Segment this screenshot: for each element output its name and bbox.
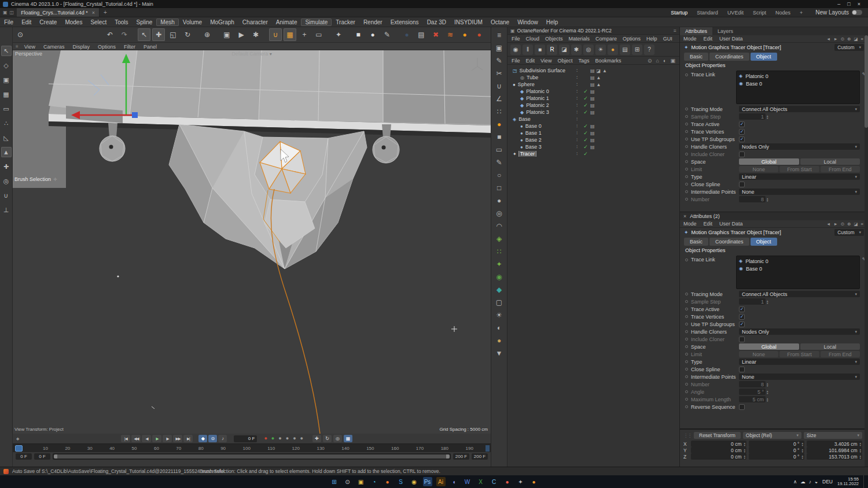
menu-edit[interactable]: Edit <box>17 19 35 26</box>
menu-insydium[interactable]: INSYDIUM <box>450 19 487 26</box>
array-icon[interactable]: ∷ <box>494 106 505 117</box>
goto-end-button[interactable]: ▶| <box>183 435 193 442</box>
effector-icon[interactable]: ✦ <box>494 258 505 270</box>
rotation-field[interactable]: 0 °▴▾ <box>749 453 804 460</box>
pause-icon[interactable]: ‖ <box>523 45 533 55</box>
object-tags[interactable]: ▤◪▲ <box>590 68 609 73</box>
option-button[interactable]: From Start <box>779 166 819 172</box>
excel-icon[interactable]: X <box>476 477 486 486</box>
next-key-button[interactable]: ▶▶ <box>173 435 182 442</box>
menu-spline[interactable]: Spline <box>133 19 157 26</box>
keyframe-circle-icon[interactable] <box>685 330 688 333</box>
object-name[interactable]: Platonic 2 <box>526 102 549 108</box>
points-mode-icon[interactable]: ∴ <box>1 118 12 128</box>
tab-basic[interactable]: Basic <box>684 53 708 61</box>
trace-link-item-platonic-0[interactable]: ◈ Platonic 0 <box>739 72 857 80</box>
record-keyframe-button[interactable]: ◆ <box>198 435 207 442</box>
search-icon[interactable]: ⊙ <box>343 477 352 486</box>
enabled-check-icon[interactable]: ✓ <box>581 109 590 115</box>
timeline-move-icon[interactable]: ✚ <box>312 435 321 442</box>
chrome-icon[interactable]: ◉ <box>410 477 419 486</box>
trace-link-item-base-0[interactable]: ◉ Base 0 <box>739 80 857 87</box>
stage-icon[interactable]: ▼ <box>494 347 505 359</box>
keyframe-circle-icon[interactable] <box>685 315 688 318</box>
option-button[interactable]: Global <box>739 343 799 350</box>
octane-menu-item[interactable]: GUI <box>660 36 675 42</box>
stepper-icon[interactable]: ▴▾ <box>767 114 768 119</box>
cloner-icon[interactable]: ◈ <box>494 233 505 245</box>
size-field[interactable]: 153.7013 cm▴▾ <box>807 453 862 460</box>
tab-layers[interactable]: Layers <box>712 27 738 35</box>
menu-help[interactable]: Help <box>542 19 562 26</box>
render-settings-icon[interactable]: ✱ <box>249 28 262 41</box>
object-row-platonic-2[interactable]: ◆ Platonic 2 ∶ ✓ ▤ <box>507 102 679 109</box>
illustrator-icon[interactable]: Ai <box>436 477 446 486</box>
visibility-dots[interactable]: ∶ <box>573 82 581 87</box>
object-tags[interactable]: ▤ <box>590 96 597 101</box>
number-field[interactable]: 8 <box>739 196 766 202</box>
layout-nodes-button[interactable]: Nodes <box>771 10 795 16</box>
preset-dropdown[interactable]: Custom ▾ <box>834 44 864 51</box>
prev-frame-button[interactable]: ◀ <box>142 435 151 442</box>
clock[interactable]: 15:55 19.11.2022 <box>837 477 859 487</box>
word-icon[interactable]: W <box>463 477 472 486</box>
checkbox[interactable]: ✓ <box>739 367 745 372</box>
octane-menu-item[interactable]: Objects <box>542 36 566 42</box>
keyframe-circle-icon[interactable] <box>685 115 688 118</box>
keyframe-circle-icon[interactable] <box>685 145 688 148</box>
object-manager-menu-item[interactable]: View <box>538 58 554 64</box>
keyframe-circle-icon[interactable] <box>685 258 688 261</box>
keyframe-circle-icon[interactable] <box>685 405 688 408</box>
menu-render[interactable]: Render <box>359 19 387 26</box>
minimize-button[interactable]: – <box>837 1 840 7</box>
tab-object[interactable]: Object <box>751 53 777 61</box>
object-name[interactable]: Subdivision Surface <box>520 68 566 73</box>
number-field[interactable]: 1 <box>739 298 766 305</box>
menu-extensions[interactable]: Extensions <box>387 19 423 26</box>
option-button[interactable]: Global <box>739 158 799 165</box>
layout-startup-button[interactable]: Startup <box>666 10 692 16</box>
keyframe-scale-icon[interactable]: ● <box>278 436 281 441</box>
autokey-record-icon[interactable]: ● <box>264 436 267 441</box>
checkbox[interactable]: ✓ <box>739 151 745 157</box>
play-button[interactable]: ▶ <box>152 435 161 442</box>
object-row-sphere[interactable]: ● Sphere ∶ ▤▲ <box>507 81 679 88</box>
range-start-field[interactable]: 0 F <box>16 453 32 460</box>
plane-primitive-icon[interactable]: ▭ <box>494 144 505 156</box>
option-button[interactable]: None <box>739 351 778 357</box>
camera-icon[interactable]: ◎ <box>583 45 594 55</box>
live-selection-icon[interactable]: ↖ <box>1 46 12 56</box>
settings-icon[interactable]: ✦ <box>516 477 525 486</box>
trace-link-item-base-0[interactable]: ◉ Base 0 <box>739 265 857 272</box>
attributes-menu-item[interactable]: User Data <box>716 221 746 227</box>
polygons-mode-icon[interactable]: ▲ <box>1 147 12 157</box>
visibility-dots[interactable]: ∶ <box>573 151 581 157</box>
object-row-tracer[interactable]: ✦ Tracer ∶ ✓ <box>507 150 679 157</box>
camera-label[interactable]: Default Camera ▾ <box>13 51 491 57</box>
keyframe-circle-icon[interactable] <box>685 353 688 356</box>
octane-icon[interactable]: ● <box>529 477 539 486</box>
trace-link-item-platonic-0[interactable]: ◈ Platonic 0 <box>739 257 857 265</box>
attributes-menu-item[interactable]: Mode <box>680 221 700 227</box>
keyframe-circle-icon[interactable] <box>685 108 688 110</box>
visibility-dots[interactable]: ∶ <box>573 88 581 94</box>
zoom-icon[interactable]: ⊙ <box>14 28 27 41</box>
new-layouts-toggle[interactable] <box>852 10 862 15</box>
keyframe-circle-icon[interactable] <box>685 323 688 326</box>
window-icon[interactable]: ▣ <box>3 10 8 15</box>
option-button[interactable]: From Start <box>779 351 819 357</box>
option-button[interactable]: Local <box>800 158 860 165</box>
octane-menu-item[interactable]: Compare <box>593 36 620 42</box>
language-indicator[interactable]: DEU <box>822 479 833 485</box>
dropdown[interactable]: None▾ <box>739 188 860 195</box>
timeline-ruler[interactable]: 1020304050607080901001101201301401501601… <box>13 443 491 452</box>
menu-tools[interactable]: Tools <box>111 19 132 26</box>
pen-spline-icon[interactable]: ✎ <box>494 157 505 168</box>
measure-icon[interactable]: ∠ <box>494 93 505 105</box>
dropdown[interactable]: Nodes Only▾ <box>739 328 860 335</box>
menu-select[interactable]: Select <box>86 19 111 26</box>
visibility-dots[interactable]: ∶ <box>573 137 581 143</box>
keyframe-circle-icon[interactable] <box>685 123 688 125</box>
checkbox[interactable]: ✓ <box>739 136 745 142</box>
enabled-check-icon[interactable]: ✓ <box>581 144 590 150</box>
